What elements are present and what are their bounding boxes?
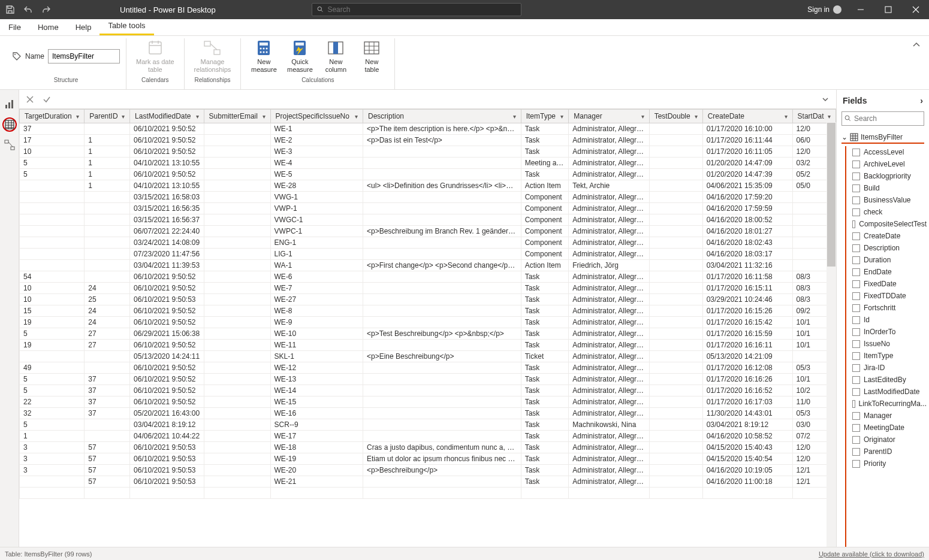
column-header-manager[interactable]: Manager▾ <box>569 110 649 123</box>
field-item[interactable]: FixedDate <box>850 278 929 290</box>
minimize-button[interactable] <box>852 1 869 18</box>
field-item[interactable]: LastModifiedDate <box>850 386 929 398</box>
table-row[interactable]: 223706/10/2021 9:50:52WE-15TaskAdministr… <box>20 396 836 408</box>
column-header-parentid[interactable]: ParentID▾ <box>85 110 130 123</box>
checkbox[interactable] <box>852 208 860 216</box>
field-item[interactable]: ItemType <box>850 350 929 362</box>
model-view-button[interactable] <box>2 138 17 152</box>
global-search-input[interactable] <box>327 5 516 14</box>
field-item[interactable]: ArchiveLevel <box>850 158 929 170</box>
signin-button[interactable]: Sign in <box>807 5 841 14</box>
collapse-ribbon-button[interactable] <box>910 38 923 89</box>
table-name-input[interactable] <box>48 49 120 63</box>
commit-formula-button[interactable] <box>41 93 53 105</box>
table-row[interactable]: 104/10/2021 13:10:55WE-28<ul> <li>Defini… <box>20 180 836 192</box>
table-row[interactable]: 5406/10/2021 9:50:52WE-6TaskAdministrato… <box>20 271 836 283</box>
table-row[interactable]: 102506/10/2021 9:50:53WE-27TaskAdministr… <box>20 294 836 305</box>
table-row[interactable]: 03/15/2021 16:58:03VWG-1ComponentAdminis… <box>20 192 836 203</box>
field-item[interactable]: AccessLevel <box>850 146 929 158</box>
checkbox[interactable] <box>852 340 860 348</box>
field-item[interactable]: Backlogpriority <box>850 170 929 182</box>
table-row[interactable]: 323705/20/2021 16:43:00WE-16TaskAdminist… <box>20 408 836 419</box>
new-measure-button[interactable]: New measure <box>247 38 280 74</box>
data-grid[interactable]: TargetDuration▾ParentID▾LastModifiedDate… <box>19 109 836 547</box>
table-row[interactable]: 52706/29/2021 15:06:38WE-10<p>Test Besch… <box>20 328 836 340</box>
table-row[interactable]: 05/13/2020 14:24:11SKL-1<p>Eine Beschrei… <box>20 351 836 362</box>
filter-icon[interactable]: ▾ <box>122 113 125 120</box>
checkbox[interactable] <box>852 352 860 360</box>
checkbox[interactable] <box>852 436 860 444</box>
expand-formula-button[interactable] <box>819 93 831 105</box>
column-header-targetduration[interactable]: TargetDuration▾ <box>20 110 85 123</box>
filter-icon[interactable]: ▾ <box>196 113 199 120</box>
filter-icon[interactable]: ▾ <box>695 113 698 120</box>
table-row[interactable]: 35706/10/2021 9:50:53WE-20<p>Beschreibun… <box>20 465 836 476</box>
table-row[interactable]: 503/04/2021 8:19:12SCR--9TaskMachnikowsk… <box>20 419 836 431</box>
maximize-button[interactable] <box>880 1 897 18</box>
field-item[interactable]: CompositeSelectTest <box>850 218 929 230</box>
checkbox[interactable] <box>852 161 860 168</box>
column-header-testdouble[interactable]: TestDouble▾ <box>649 110 702 123</box>
field-item[interactable]: Duration <box>850 254 929 266</box>
report-view-button[interactable] <box>2 97 17 111</box>
checkbox[interactable] <box>852 448 860 456</box>
fields-table-node[interactable]: ⌄ ItemsByFilter <box>841 133 924 144</box>
table-row[interactable]: 17106/10/2021 9:50:52WE-2<p>Das ist ein … <box>20 135 836 146</box>
filter-icon[interactable]: ▾ <box>355 113 358 120</box>
table-row[interactable]: 03/04/2021 11:39:53WA-1<p>First change</… <box>20 260 836 271</box>
field-item[interactable]: Jira-ID <box>850 362 929 374</box>
table-row[interactable]: 4906/10/2021 9:50:52WE-12TaskAdministrat… <box>20 362 836 374</box>
checkbox[interactable] <box>852 268 860 276</box>
table-row[interactable] <box>20 488 836 499</box>
table-row[interactable]: 53706/10/2021 9:50:52WE-14TaskAdministra… <box>20 385 836 396</box>
table-row[interactable]: 152406/10/2021 9:50:52WE-8TaskAdministra… <box>20 305 836 317</box>
field-item[interactable]: MeetingDate <box>850 422 929 434</box>
table-row[interactable]: 53706/10/2021 9:50:52WE-13TaskAdministra… <box>20 374 836 385</box>
table-row[interactable]: 06/07/2021 22:24:40VWPC-1<p>Beschreibung… <box>20 226 836 237</box>
tab-file[interactable]: File <box>0 19 29 35</box>
table-row[interactable]: 03/15/2021 16:56:37VWGC-1ComponentAdmini… <box>20 214 836 226</box>
checkbox[interactable] <box>852 304 860 312</box>
checkbox[interactable] <box>852 196 860 204</box>
field-item[interactable]: LastEditedBy <box>850 374 929 386</box>
table-row[interactable]: 35706/10/2021 9:50:53WE-18Cras a justo d… <box>20 442 836 453</box>
field-item[interactable]: FixedTDDate <box>850 290 929 302</box>
table-row[interactable]: 5104/10/2021 13:10:55WE-4Meeting as item… <box>20 158 836 169</box>
table-row[interactable]: 10106/10/2021 9:50:52WE-3TaskAdministrat… <box>20 146 836 158</box>
table-row[interactable]: 192706/10/2021 9:50:52WE-11TaskAdministr… <box>20 340 836 351</box>
table-row[interactable]: 03/24/2021 14:08:09ENG-1ComponentAdminis… <box>20 237 836 249</box>
checkbox[interactable] <box>852 149 860 156</box>
save-icon[interactable] <box>5 4 16 15</box>
field-item[interactable]: Id <box>850 314 929 326</box>
field-item[interactable]: Build <box>850 182 929 194</box>
table-row[interactable]: 3706/10/2021 9:50:52WE-1<p>The item desc… <box>20 123 836 135</box>
checkbox[interactable] <box>852 292 860 300</box>
checkbox[interactable] <box>852 400 855 408</box>
field-item[interactable]: CreateDate <box>850 230 929 242</box>
checkbox[interactable] <box>852 424 860 432</box>
table-row[interactable]: 5106/10/2021 9:50:52WE-5TaskAdministrato… <box>20 169 836 180</box>
checkbox[interactable] <box>852 316 860 324</box>
mark-as-date-button[interactable]: Mark as date table <box>132 38 178 74</box>
cancel-formula-button[interactable] <box>24 93 36 105</box>
table-row[interactable]: 03/15/2021 16:56:35VWP-1ComponentAdminis… <box>20 203 836 214</box>
column-header-submitteremail[interactable]: SubmitterEmail▾ <box>204 110 270 123</box>
field-item[interactable]: Manager <box>850 410 929 422</box>
field-item[interactable]: InOrderTo <box>850 326 929 338</box>
field-item[interactable]: Originator <box>850 434 929 446</box>
fields-search-input[interactable] <box>841 111 924 126</box>
filter-icon[interactable]: ▾ <box>828 113 831 120</box>
field-item[interactable]: BusinessValue <box>850 194 929 206</box>
tab-tabletools[interactable]: Table tools <box>99 17 153 35</box>
checkbox[interactable] <box>852 460 860 468</box>
checkbox[interactable] <box>852 244 860 252</box>
close-button[interactable] <box>907 1 924 18</box>
table-row[interactable]: 35706/10/2021 9:50:53WE-19Etiam ut dolor… <box>20 453 836 465</box>
checkbox[interactable] <box>852 388 860 396</box>
column-header-createdate[interactable]: CreateDate▾ <box>702 110 792 123</box>
filter-icon[interactable]: ▾ <box>560 113 563 120</box>
checkbox[interactable] <box>852 364 860 372</box>
checkbox[interactable] <box>852 220 855 228</box>
filter-icon[interactable]: ▾ <box>263 113 266 120</box>
quick-measure-button[interactable]: Quick measure <box>283 38 316 74</box>
